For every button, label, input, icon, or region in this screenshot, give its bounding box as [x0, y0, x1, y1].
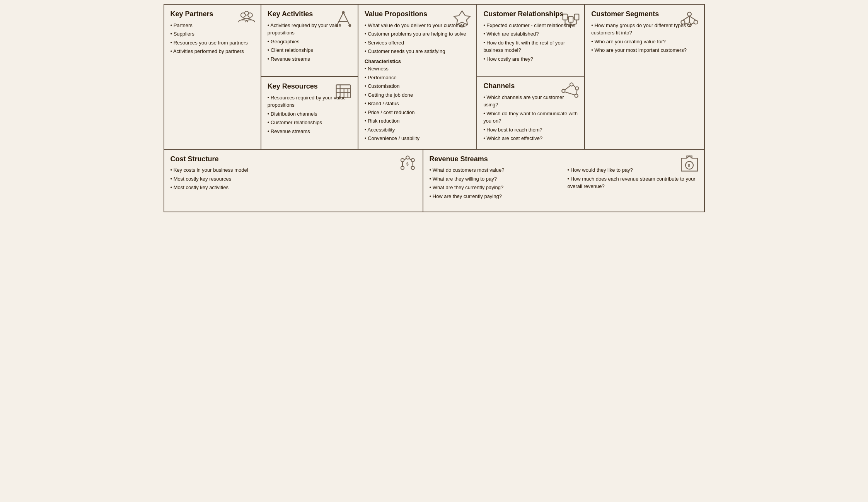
svg-line-23 — [571, 24, 577, 26]
svg-point-26 — [575, 87, 578, 90]
cost-structure-cell: $ Cost Structure Key costs in your busin… — [164, 150, 423, 212]
top-section: Key Partners Partners Suppliers Resource… — [164, 5, 704, 150]
svg-point-46 — [411, 166, 414, 169]
revenue-streams-title: Revenue Streams — [430, 155, 698, 164]
list-item: Key costs in your business model — [171, 166, 416, 174]
revenue-streams-content: What do customers most value? What are t… — [430, 166, 698, 201]
svg-line-22 — [565, 24, 571, 26]
svg-point-41 — [401, 158, 404, 161]
cost-structure-icon: $ — [399, 154, 418, 177]
revenue-streams-cell: $ Revenue Streams What do customers most… — [423, 150, 704, 212]
list-item: Resources you use from partners — [171, 39, 254, 47]
list-item: Performance — [365, 74, 470, 82]
svg-rect-9 — [336, 85, 351, 98]
list-item: Most costly key activities — [171, 184, 416, 191]
customer-relationships-cell: Customer Relationships Expected customer… — [477, 5, 584, 77]
list-item: Getting the job done — [365, 91, 470, 99]
list-item: Newness — [365, 65, 470, 73]
channels-icon — [560, 81, 580, 104]
cr-channels-column: Customer Relationships Expected customer… — [477, 5, 585, 149]
svg-point-35 — [687, 23, 691, 27]
list-item: How are they currently paying? — [430, 193, 560, 200]
list-item: Risk reduction — [365, 117, 470, 125]
svg-line-48 — [409, 158, 411, 160]
list-item: How costly are they? — [483, 55, 578, 63]
list-item: What do customers most value? — [430, 166, 560, 174]
svg-line-36 — [683, 16, 690, 20]
list-item: Distribution channels — [268, 110, 351, 118]
key-activities-cell: Key Activities Activities required by yo… — [261, 5, 358, 77]
characteristics-list: Newness Performance Customisation Gettin… — [365, 65, 470, 142]
characteristics-title: Characteristics — [365, 58, 401, 64]
list-item: Geographies — [268, 38, 351, 46]
revenue-col-2: How would they like to pay? How much doe… — [568, 166, 698, 201]
svg-line-37 — [689, 16, 696, 20]
svg-point-2 — [245, 11, 249, 15]
channels-cell: Channels Which channels are your custome… — [477, 77, 584, 149]
svg-marker-15 — [454, 11, 470, 25]
svg-point-24 — [562, 89, 565, 92]
list-item: Customer needs you are satisfying — [365, 48, 470, 55]
svg-point-8 — [343, 12, 344, 14]
svg-line-39 — [685, 23, 688, 24]
list-item: Revenue streams — [268, 55, 351, 63]
value-propositions-cell: Value Propositions What value do you del… — [358, 5, 477, 149]
svg-line-31 — [577, 90, 577, 94]
key-resources-cell: Key Resources Resources required by your… — [261, 77, 358, 149]
business-model-canvas: Key Partners Partners Suppliers Resource… — [164, 4, 705, 212]
svg-point-45 — [401, 166, 404, 169]
list-item: Which are cost effective? — [483, 135, 578, 142]
list-item: Which do they want to communicate with y… — [483, 110, 578, 125]
list-item: Most costly key resources — [171, 175, 416, 183]
svg-line-28 — [565, 86, 570, 90]
revenue-streams-icon: $ — [680, 154, 699, 177]
svg-point-43 — [411, 158, 414, 161]
list-item: How do they fit with the rest of your bu… — [483, 39, 578, 54]
svg-rect-18 — [575, 14, 579, 20]
revenue-list-2: How would they like to pay? How much doe… — [568, 166, 698, 190]
svg-point-34 — [694, 20, 698, 24]
customer-segments-icon — [680, 9, 699, 32]
cost-structure-content: Key costs in your business model Most co… — [171, 166, 416, 191]
revenue-col-1: What do customers most value? What are t… — [430, 166, 560, 201]
value-propositions-icon — [452, 9, 472, 32]
list-item: What are they currently paying? — [430, 184, 560, 191]
key-activities-icon — [334, 9, 353, 32]
svg-point-42 — [406, 156, 409, 159]
list-item: What are they willing to pay? — [430, 175, 560, 183]
cost-structure-list: Key costs in your business model Most co… — [171, 166, 416, 191]
list-item: Accessibility — [365, 126, 470, 134]
cost-structure-title: Cost Structure — [171, 155, 416, 164]
list-item: Revenue streams — [268, 128, 351, 135]
key-partners-cell: Key Partners Partners Suppliers Resource… — [164, 5, 261, 149]
svg-point-27 — [575, 94, 578, 97]
key-partners-icon — [237, 9, 256, 32]
list-item: Convenience / usability — [365, 135, 470, 142]
svg-point-25 — [570, 83, 573, 86]
list-item: Who are your most important customers? — [591, 46, 697, 54]
list-item: Customisation — [365, 82, 470, 90]
svg-text:$: $ — [688, 162, 691, 167]
svg-line-47 — [404, 158, 406, 160]
customer-relationships-icon — [560, 9, 580, 32]
list-item: How would they like to pay? — [568, 166, 698, 174]
svg-text:$: $ — [406, 162, 409, 166]
value-propositions-content: What value do you deliver to your custom… — [365, 22, 470, 142]
svg-point-32 — [687, 12, 691, 16]
key-resources-icon — [334, 82, 353, 104]
svg-line-40 — [691, 23, 694, 24]
revenue-list-1: What do customers most value? What are t… — [430, 166, 560, 200]
svg-rect-16 — [563, 14, 568, 20]
svg-point-33 — [681, 20, 685, 24]
list-item: Price / cost reduction — [365, 109, 470, 116]
list-item: Client relationships — [268, 46, 351, 54]
list-item: Activities performed by partners — [171, 48, 254, 55]
svg-line-4 — [343, 12, 350, 25]
svg-rect-17 — [569, 16, 573, 22]
svg-point-6 — [336, 24, 338, 26]
svg-line-30 — [565, 92, 575, 95]
key-activities-resources-column: Key Activities Activities required by yo… — [261, 5, 358, 149]
svg-line-3 — [337, 12, 343, 25]
list-item: Who are you creating value for? — [591, 38, 697, 46]
revenue-streams-inner: What do customers most value? What are t… — [430, 166, 698, 201]
